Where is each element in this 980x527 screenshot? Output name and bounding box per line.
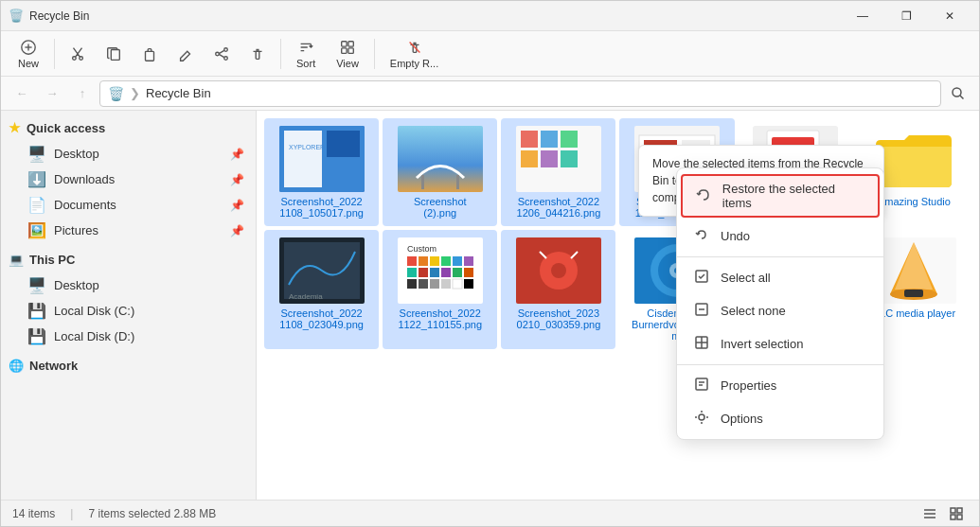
file-area: XYPLORER Screenshot_20221108_105017.png xyxy=(257,111,979,500)
new-button[interactable]: New xyxy=(9,33,48,75)
title-bar: 🗑️ Recycle Bin — ❐ ✕ xyxy=(1,1,979,31)
svg-rect-24 xyxy=(521,150,538,167)
minimize-button[interactable]: — xyxy=(841,1,884,31)
context-menu: Restore the selected items Undo xyxy=(676,167,884,440)
svg-rect-19 xyxy=(456,175,459,189)
window-title: Recycle Bin xyxy=(29,9,841,23)
sidebar-this-pc-header[interactable]: 💻 This PC xyxy=(1,247,256,272)
context-menu-undo[interactable]: Undo xyxy=(677,220,883,253)
svg-point-82 xyxy=(699,414,704,420)
new-icon xyxy=(20,39,37,56)
file-thumb-1: XYPLORER xyxy=(279,126,365,192)
context-menu-properties[interactable]: Properties xyxy=(677,369,883,402)
cut-button[interactable] xyxy=(61,33,95,75)
svg-rect-56 xyxy=(430,279,439,289)
svg-rect-85 xyxy=(951,515,955,519)
sidebar-item-documents[interactable]: 📄 Documents 📌 xyxy=(5,192,252,218)
sort-button[interactable]: Sort xyxy=(287,33,325,75)
window: 🗑️ Recycle Bin — ❐ ✕ New xyxy=(0,0,980,527)
list-view-button[interactable] xyxy=(918,502,941,525)
svg-rect-52 xyxy=(453,268,462,277)
sidebar-item-desktop[interactable]: 🖥️ Desktop 📌 xyxy=(5,141,252,167)
context-menu-invert[interactable]: Invert selection xyxy=(677,327,883,360)
select-none-svg xyxy=(694,302,709,317)
copy-button[interactable] xyxy=(97,33,131,75)
title-controls: — ❐ ✕ xyxy=(841,1,971,31)
svg-text:Academia: Academia xyxy=(289,292,323,301)
sidebar: ★ Quick access 🖥️ Desktop 📌 ⬇️ Downloads… xyxy=(1,111,257,500)
sidebar-item-pc-desktop[interactable]: 🖥️ Desktop xyxy=(5,272,252,298)
paste-button[interactable] xyxy=(133,33,167,75)
quick-access-label: Quick access xyxy=(27,121,105,135)
share-button[interactable] xyxy=(205,33,239,75)
svg-rect-58 xyxy=(453,279,462,289)
context-menu-select-all[interactable]: Select all xyxy=(677,261,883,294)
svg-rect-57 xyxy=(441,279,451,289)
context-menu-restore[interactable]: Restore the selected items xyxy=(681,174,880,218)
svg-rect-84 xyxy=(957,508,962,513)
file-name-5: Amazing Studio xyxy=(878,196,951,207)
paste-icon xyxy=(141,45,158,62)
selected-info: 7 items selected 2.88 MB xyxy=(88,507,216,520)
delete-button[interactable] xyxy=(241,33,275,75)
cut-icon xyxy=(69,45,86,62)
svg-rect-15 xyxy=(327,131,360,157)
copy-icon xyxy=(105,45,122,62)
svg-rect-86 xyxy=(957,515,962,519)
close-button[interactable]: ✕ xyxy=(928,1,971,31)
svg-rect-46 xyxy=(453,256,462,266)
file-item-7[interactable]: Custom xyxy=(383,230,497,349)
sidebar-item-local-c[interactable]: 💾 Local Disk (C:) xyxy=(5,298,252,324)
select-all-icon xyxy=(692,269,711,287)
svg-rect-50 xyxy=(430,268,439,277)
empty-icon xyxy=(406,39,423,56)
svg-rect-49 xyxy=(419,268,428,277)
file-name-6: Screenshot_20221108_023049.png xyxy=(279,307,364,330)
svg-rect-43 xyxy=(419,256,428,266)
back-button[interactable]: ← xyxy=(9,80,35,107)
empty-button[interactable]: Empty R... xyxy=(381,33,448,75)
status-bar: 14 items | 7 items selected 2.88 MB xyxy=(1,500,979,526)
file-name-vlc: VLC media player xyxy=(873,307,955,319)
file-name-3: Screenshot_20221206_044216.png xyxy=(517,196,601,219)
up-button[interactable]: ↑ xyxy=(69,80,96,107)
svg-rect-47 xyxy=(464,256,473,266)
sidebar-quick-access-header[interactable]: ★ Quick access xyxy=(1,114,256,141)
maximize-button[interactable]: ❐ xyxy=(884,1,928,31)
sidebar-network-header[interactable]: 🌐 Network xyxy=(1,353,256,378)
sidebar-item-local-d[interactable]: 💾 Local Disk (D:) xyxy=(5,324,252,349)
pc-icon: 💻 xyxy=(9,253,24,267)
pc-desktop-icon: 🖥️ xyxy=(27,276,46,294)
context-menu-select-none[interactable]: Select none xyxy=(677,294,883,327)
view-button[interactable]: View xyxy=(327,33,368,75)
forward-button[interactable]: → xyxy=(39,80,65,107)
file-thumb-7: Custom xyxy=(398,237,483,304)
file-thumb-3 xyxy=(516,126,601,192)
file-item-3[interactable]: Screenshot_20221206_044216.png xyxy=(501,118,615,226)
sidebar-item-downloads[interactable]: ⬇️ Downloads 📌 xyxy=(5,167,252,192)
svg-rect-53 xyxy=(464,268,473,277)
svg-rect-59 xyxy=(464,279,473,289)
thumb-svg-2 xyxy=(398,126,483,192)
svg-point-7 xyxy=(216,52,220,56)
svg-rect-21 xyxy=(521,131,538,148)
rename-button[interactable] xyxy=(169,33,203,75)
undo-svg xyxy=(694,227,709,242)
file-item-6[interactable]: Academia Screenshot_20221108_023049.png xyxy=(264,230,379,349)
status-bar-right xyxy=(918,502,968,525)
pin-icon-downloads: 📌 xyxy=(230,173,244,186)
svg-rect-48 xyxy=(407,268,417,277)
sidebar-item-pictures[interactable]: 🖼️ Pictures 📌 xyxy=(5,218,252,243)
search-button[interactable] xyxy=(945,80,971,107)
context-menu-options[interactable]: Options xyxy=(677,402,883,435)
svg-rect-54 xyxy=(407,279,417,289)
svg-point-62 xyxy=(551,263,566,278)
svg-text:XYPLORER: XYPLORER xyxy=(289,144,325,150)
desktop-icon: 🖥️ xyxy=(27,145,46,163)
address-path[interactable]: 🗑️ ❯ Recycle Bin xyxy=(99,80,941,107)
grid-view-button[interactable] xyxy=(945,502,968,525)
file-item-1[interactable]: XYPLORER Screenshot_20221108_105017.png xyxy=(264,118,379,226)
file-item-2[interactable]: Screenshot(2).png xyxy=(383,118,497,226)
file-item-8[interactable]: Screenshot_20230210_030359.png xyxy=(501,230,615,349)
undo-icon xyxy=(692,227,711,245)
